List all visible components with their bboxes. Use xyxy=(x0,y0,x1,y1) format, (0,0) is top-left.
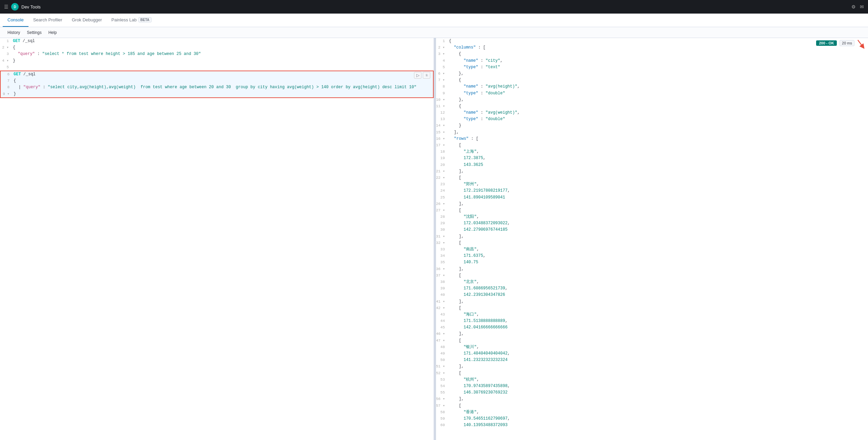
json-line-60: 60 140.13953488372093 xyxy=(436,422,868,428)
json-line-46: 46 ▾ ], xyxy=(436,331,868,337)
json-line-17: 17 ▾ [ xyxy=(436,142,868,149)
json-line-11: 11 ▾ { xyxy=(436,103,868,110)
json-line-29: 29 172.03488372093022, xyxy=(436,220,868,227)
json-line-44: 44 171.5138888888889, xyxy=(436,318,868,324)
editor-line-3: 3 "query" : "select * from test where he… xyxy=(0,51,434,57)
json-line-16: 16 ▾ "rows" : [ xyxy=(436,136,868,142)
json-line-34: 34 171.6375, xyxy=(436,253,868,259)
settings-icon[interactable]: ⚙ xyxy=(851,4,856,9)
json-line-24: 24 172.21917808219177, xyxy=(436,188,868,194)
json-line-38: 38 "北京", xyxy=(436,279,868,285)
app-title: Dev Tools xyxy=(21,4,41,9)
status-badge: 200 - OK xyxy=(816,40,837,46)
json-line-57: 57 ▾ [ xyxy=(436,403,868,409)
json-line-51: 51 ▾ ], xyxy=(436,363,868,370)
code-editor[interactable]: 1 GET /_sql 2 ▾ { 3 "query" : "select * … xyxy=(0,38,434,440)
json-line-7: 7 ▾ { xyxy=(436,77,868,83)
json-line-58: 58 "香港", xyxy=(436,409,868,416)
json-line-9: 9 "type" : "double" xyxy=(436,90,868,97)
json-line-21: 21 ▾ ], xyxy=(436,168,868,175)
json-line-45: 45 142.04166666666666 xyxy=(436,324,868,331)
editor-line-8: 8 | "query" : "select city,avg(height),a… xyxy=(1,84,433,91)
json-line-32: 32 ▾ [ xyxy=(436,240,868,246)
block-actions: ▷ ⎘ xyxy=(414,72,430,79)
copy-button[interactable]: ⎘ xyxy=(423,72,430,79)
json-line-14: 14 ▾ } xyxy=(436,122,868,129)
json-line-22: 22 ▾ [ xyxy=(436,175,868,181)
svg-line-0 xyxy=(858,40,863,47)
mail-icon[interactable]: ✉ xyxy=(860,4,864,9)
json-line-13: 13 "type" : "double" xyxy=(436,116,868,122)
settings-menu[interactable]: Settings xyxy=(23,27,45,38)
top-bar-right: ⚙ ✉ xyxy=(851,4,864,9)
editor-line-7: 7 { xyxy=(1,78,433,84)
tab-grok-debugger[interactable]: Grok Debugger xyxy=(67,14,107,27)
help-menu[interactable]: Help xyxy=(45,27,60,38)
json-line-56: 56 ▾ ], xyxy=(436,396,868,402)
sub-nav-left: History Settings Help xyxy=(4,27,60,38)
json-line-8: 8 "name" : "avg(height)", xyxy=(436,83,868,90)
output-wrapper: 200 - OK 20 ms 1 { xyxy=(436,38,868,440)
json-line-59: 59 170.54651162790697, xyxy=(436,416,868,422)
json-line-40: 40 142.2391304347826 xyxy=(436,292,868,298)
json-line-28: 28 "沈阳", xyxy=(436,214,868,220)
json-line-39: 39 171.6086956521739, xyxy=(436,285,868,292)
red-arrow xyxy=(849,38,866,55)
json-line-10: 10 ▾ }, xyxy=(436,97,868,103)
editor-line-4: 4 ▾ } xyxy=(0,58,434,64)
json-line-1: 1 { xyxy=(436,38,868,44)
beta-badge: BETA xyxy=(138,17,151,22)
json-line-20: 20 143.3625 xyxy=(436,162,868,168)
json-line-36: 36 ▾ ], xyxy=(436,266,868,272)
json-line-18: 18 "上海", xyxy=(436,149,868,155)
editor-panel: 1 GET /_sql 2 ▾ { 3 "query" : "select * … xyxy=(0,38,434,440)
top-bar-icons: ☰ D Dev Tools xyxy=(4,3,41,11)
json-line-33: 33 "南昌", xyxy=(436,246,868,253)
json-line-26: 26 ▾ ], xyxy=(436,201,868,207)
json-line-43: 43 "海口", xyxy=(436,311,868,318)
json-line-27: 27 ▾ [ xyxy=(436,207,868,214)
json-line-23: 23 "郑州", xyxy=(436,181,868,188)
json-line-54: 54 170.97435897435898, xyxy=(436,383,868,389)
json-line-42: 42 ▾ [ xyxy=(436,305,868,311)
json-line-19: 19 172.3875, xyxy=(436,155,868,161)
json-line-37: 37 ▾ [ xyxy=(436,272,868,279)
json-line-41: 41 ▾ ], xyxy=(436,299,868,305)
editor-line-6: 6 GET /_sql xyxy=(1,71,433,78)
app-logo: D xyxy=(11,3,19,11)
tab-painless-lab[interactable]: Painless Lab BETA xyxy=(107,14,156,27)
json-line-47: 47 ▾ [ xyxy=(436,338,868,344)
json-line-30: 30 142.27906976744185 xyxy=(436,227,868,233)
json-line-3: 3 ▾ { xyxy=(436,51,868,57)
json-line-25: 25 141.8904109589041 xyxy=(436,194,868,201)
json-line-12: 12 "name" : "avg(weight)", xyxy=(436,110,868,116)
sub-nav: History Settings Help xyxy=(0,27,868,38)
json-line-49: 49 171.40404040404042, xyxy=(436,350,868,357)
tab-console[interactable]: Console xyxy=(3,14,28,27)
json-line-53: 53 "杭州", xyxy=(436,377,868,383)
editor-line-9: 9 ▾ } xyxy=(1,91,433,97)
json-line-4: 4 "name" : "city", xyxy=(436,58,868,64)
tab-search-profiler[interactable]: Search Profiler xyxy=(28,14,67,27)
nav-tabs: Console Search Profiler Grok Debugger Pa… xyxy=(0,14,868,27)
json-line-50: 50 141.23232323232324 xyxy=(436,357,868,363)
json-line-35: 35 140.75 xyxy=(436,259,868,266)
json-line-5: 5 "type" : "text" xyxy=(436,64,868,71)
main-content: 1 GET /_sql 2 ▾ { 3 "query" : "select * … xyxy=(0,38,868,440)
history-menu[interactable]: History xyxy=(4,27,23,38)
hamburger-icon[interactable]: ☰ xyxy=(4,4,8,9)
editor-line-1: 1 GET /_sql xyxy=(0,38,434,44)
json-output: 1 { 2 ▾ "columns" : [ 3 ▾ { 4 "name" xyxy=(436,38,868,428)
json-line-31: 31 ▾ ], xyxy=(436,233,868,240)
json-line-48: 48 "银川", xyxy=(436,344,868,350)
editor-line-2: 2 ▾ { xyxy=(0,44,434,51)
json-line-2: 2 ▾ "columns" : [ xyxy=(436,44,868,51)
editor-line-5: 5 xyxy=(0,64,434,71)
json-line-52: 52 ▾ [ xyxy=(436,370,868,377)
status-bar: 200 - OK 20 ms xyxy=(816,40,854,46)
highlighted-block: ▷ ⎘ 6 GET /_sql 7 { 8 | "query" : "selec… xyxy=(0,71,434,98)
top-bar: ☰ D Dev Tools ⚙ ✉ xyxy=(0,0,868,14)
run-button[interactable]: ▷ xyxy=(414,72,421,79)
json-line-6: 6 ▾ }, xyxy=(436,71,868,77)
output-panel: 200 - OK 20 ms 1 { xyxy=(436,38,868,440)
